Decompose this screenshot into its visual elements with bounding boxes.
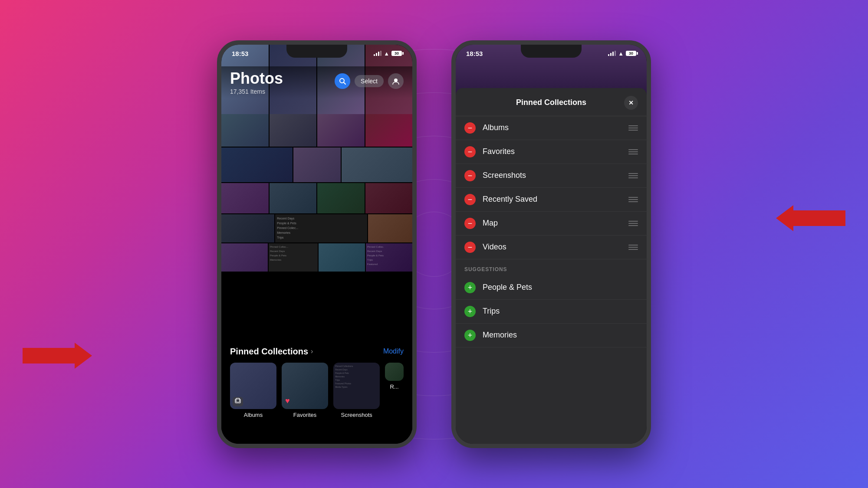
add-people-pets-button[interactable]: + [464,282,476,293]
pc-item-people-pets: + People & Pets [456,276,647,300]
profile-button[interactable] [388,73,404,89]
left-phone-content: Photos 17,351 Items Select [221,45,412,444]
left-red-arrow [23,343,92,369]
pc-item-name-albums: Albums [483,123,621,132]
pc-item-memories: + Memories [456,324,647,347]
photos-title-block: Photos 17,351 Items [230,71,335,95]
right-phone: 18:53 ▲ 30 Pinned Collections [451,40,651,448]
search-button[interactable] [335,73,350,89]
drag-handle-screenshots[interactable] [628,173,638,178]
pc-item-name-memories: Memories [483,331,638,340]
pinned-header: Pinned Collections › Modify [230,347,404,357]
pc-item-favorites: − Favorites [456,140,647,164]
pinned-title-row[interactable]: Pinned Collections › [230,347,313,357]
notch [286,45,347,58]
profile-icon [392,77,400,85]
remove-albums-button[interactable]: − [464,122,476,134]
modify-button[interactable]: Modify [383,347,404,355]
pc-item-recently-saved: − Recently Saved [456,188,647,212]
signal-icon-right [608,51,616,56]
signal-icon [374,51,381,56]
svg-point-2 [394,79,398,82]
drag-handle-videos[interactable] [628,245,638,250]
suggestions-section-header: SUGGESTIONS [456,259,647,276]
pc-modal-header: Pinned Collections ✕ [456,88,647,116]
pc-item-name-favorites: Favorites [483,147,621,156]
drag-handle-recently-saved[interactable] [628,197,638,202]
add-trips-button[interactable]: + [464,306,476,317]
pinned-chevron-icon: › [311,347,313,355]
pc-item-name-videos: Videos [483,242,621,252]
remove-favorites-button[interactable]: − [464,146,476,157]
photos-header-buttons: Select [335,73,404,89]
album-item-r[interactable]: R... [385,363,404,418]
select-button[interactable]: Select [355,75,384,87]
pinned-collections-section: Pinned Collections › Modify Albums [221,340,412,444]
right-phone-content: Pinned Collections ✕ − Albums [456,45,647,444]
add-memories-button[interactable]: + [464,330,476,341]
pc-item-albums: − Albums [456,116,647,140]
wifi-icon: ▲ [384,50,389,57]
album-label-r: R... [390,383,398,390]
album-label-screenshots: Screenshots [341,412,372,418]
pc-item-screenshots: − Screenshots [456,164,647,188]
pc-item-name-people-pets: People & Pets [483,283,638,292]
pc-item-name-screenshots: Screenshots [483,171,621,180]
status-icons-left: ▲ 30 [374,50,402,57]
pc-item-videos: − Videos [456,236,647,259]
album-thumb-r [385,363,404,381]
album-thumb-favorites: ♥ [282,363,328,409]
pc-item-trips: + Trips [456,300,647,324]
left-phone: 18:53 ▲ 30 [217,40,417,448]
albums-row: Albums ♥ Favorites Pinned CollectionsRec… [230,363,404,418]
remove-videos-button[interactable]: − [464,242,476,253]
svg-rect-4 [236,398,240,402]
svg-line-1 [344,82,345,84]
album-thumb-screenshots: Pinned CollectionsRecent DaysPeople & Pe… [333,363,380,409]
notch-right [521,45,582,58]
drag-handle-albums[interactable] [628,125,638,131]
time-right: 18:53 [466,50,483,57]
pinned-title: Pinned Collections [230,347,308,357]
remove-recently-saved-button[interactable]: − [464,194,476,205]
drag-handle-map[interactable] [628,221,638,226]
album-item-albums[interactable]: Albums [230,363,276,418]
phones-container: 18:53 ▲ 30 [0,0,868,488]
album-label-albums: Albums [244,412,263,418]
search-icon [339,78,346,85]
pc-modal-title: Pinned Collections [478,98,624,107]
wifi-icon-right: ▲ [618,50,624,57]
remove-map-button[interactable]: − [464,218,476,229]
photos-item-count: 17,351 Items [230,88,335,95]
time-left: 18:53 [232,50,248,57]
pinned-collections-modal: Pinned Collections ✕ − Albums [456,88,647,444]
pc-item-name-recently-saved: Recently Saved [483,195,621,204]
remove-screenshots-button[interactable]: − [464,170,476,181]
pc-item-name-map: Map [483,219,621,228]
battery-icon-left: 30 [391,51,402,56]
right-red-arrow [776,205,845,231]
pc-items-list: − Albums − Favorites [456,116,647,347]
pc-close-button[interactable]: ✕ [624,96,638,110]
drag-handle-favorites[interactable] [628,149,638,154]
pc-item-map: − Map [456,212,647,236]
album-item-screenshots[interactable]: Pinned CollectionsRecent DaysPeople & Pe… [333,363,380,418]
pc-item-name-trips: Trips [483,307,638,316]
photos-title: Photos [230,71,335,86]
battery-icon-right: 30 [626,51,636,56]
album-thumb-albums [230,363,276,409]
photos-header: Photos 17,351 Items Select [221,66,412,98]
status-icons-right: ▲ 30 [608,50,636,57]
heart-icon: ♥ [285,396,290,406]
album-label-favorites: Favorites [293,412,316,418]
album-item-favorites[interactable]: ♥ Favorites [282,363,328,418]
